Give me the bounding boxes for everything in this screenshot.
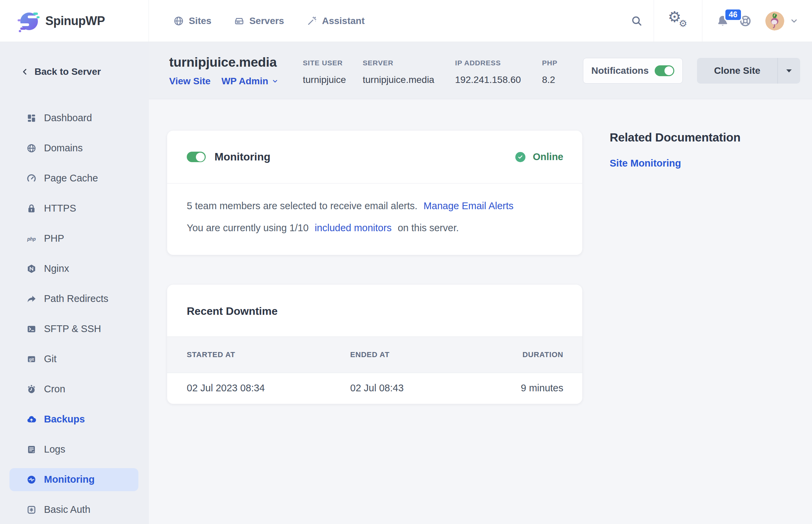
monitoring-card-title: Monitoring (215, 151, 270, 163)
search-icon[interactable] (620, 0, 654, 42)
logs-document-icon (26, 444, 37, 455)
wp-admin-link[interactable]: WP Admin (221, 76, 278, 87)
sidebar-item-backups[interactable]: Backups (0, 404, 149, 434)
topbar-divider (702, 0, 703, 42)
notification-badge: 46 (724, 8, 742, 21)
site-title: turnipjuice.media (169, 55, 277, 70)
spinupwp-logo-icon (18, 10, 40, 32)
sidebar-item-nginx[interactable]: Nginx (0, 253, 149, 284)
related-documentation: Related Documentation Site Monitoring (610, 131, 741, 404)
git-icon: git (26, 354, 37, 364)
topbar: SpinupWP Sites Servers (0, 0, 812, 42)
topbar-actions: ⚙ ⚙ 46 (620, 0, 812, 42)
clone-site-button: Clone Site (697, 58, 800, 84)
manage-email-alerts-link[interactable]: Manage Email Alerts (424, 200, 513, 211)
monitoring-toggle[interactable] (187, 152, 206, 162)
svg-text:php: php (27, 236, 35, 241)
sidebar-item-https[interactable]: HTTPS (0, 193, 149, 224)
chevron-left-icon (21, 68, 29, 76)
sidebar-item-path-redirects[interactable]: Path Redirects (0, 284, 149, 314)
redirect-arrow-icon (26, 294, 37, 304)
sidebar-item-php[interactable]: php PHP (0, 224, 149, 253)
sidebar-item-domains[interactable]: Domains (0, 133, 149, 163)
sidebar-item-git[interactable]: git Git (0, 344, 149, 374)
column-duration: DURATION (486, 350, 563, 359)
globe-icon (26, 143, 37, 153)
notifications-toggle-button[interactable]: Notifications (583, 58, 683, 84)
cloud-upload-icon (26, 414, 37, 425)
check-circle-icon (515, 152, 525, 162)
basic-auth-asterisk-icon (26, 505, 37, 515)
brand[interactable]: SpinupWP (0, 0, 149, 42)
meta-site-user: SITE USER turnipjuice (303, 59, 346, 85)
monitoring-card: Monitoring Online 5 team members are sel… (167, 131, 582, 255)
site-header: turnipjuice.media View Site WP Admin SIT… (149, 42, 812, 99)
downtime-table-row: 02 Jul 2023 08:34 02 Jul 08:43 9 minutes (167, 373, 582, 404)
cell-duration: 9 minutes (486, 382, 563, 394)
recent-downtime-card: Recent Downtime STARTED AT ENDED AT DURA… (167, 285, 582, 404)
sidebar-item-logs[interactable]: Logs (0, 434, 149, 464)
chevron-down-icon (272, 78, 278, 85)
meta-ip-address: IP ADDRESS 192.241.158.60 (455, 59, 521, 85)
sidebar-item-cron[interactable]: Cron (0, 374, 149, 404)
column-ended-at: ENDED AT (350, 350, 486, 359)
included-monitors-link[interactable]: included monitors (315, 223, 391, 233)
avatar[interactable] (765, 12, 784, 31)
account-chevron-down-icon[interactable] (790, 17, 798, 26)
lock-icon (26, 203, 37, 214)
view-site-link[interactable]: View Site (169, 76, 210, 87)
email-alerts-text: 5 team members are selected to receive e… (187, 200, 563, 212)
cell-ended-at: 02 Jul 08:43 (350, 382, 486, 394)
nav-item-assistant[interactable]: Assistant (306, 16, 365, 27)
content: turnipjuice.media View Site WP Admin SIT… (149, 42, 812, 524)
dashboard-icon (26, 113, 37, 123)
monitoring-pulse-icon (26, 475, 37, 485)
main: Monitoring Online 5 team members are sel… (149, 99, 812, 404)
notifications-bell[interactable]: 46 (716, 14, 729, 28)
main-nav: Sites Servers Assistant (173, 16, 365, 27)
caret-down-icon (786, 69, 792, 72)
recent-downtime-title: Recent Downtime (167, 285, 582, 337)
sidebar-item-dashboard[interactable]: Dashboard (0, 103, 149, 133)
online-status: Online (515, 151, 563, 163)
sidebar-item-sftp-ssh[interactable]: SFTP & SSH (0, 314, 149, 344)
stopwatch-icon (26, 384, 37, 394)
monitor-usage-text: You are currently using 1/10 included mo… (187, 222, 563, 234)
terminal-icon (26, 324, 37, 334)
shell: Back to Server Dashboard Domains (0, 42, 812, 524)
nav-item-sites[interactable]: Sites (173, 16, 212, 27)
globe-icon (173, 16, 184, 27)
nginx-icon (26, 264, 37, 274)
site-monitoring-doc-link[interactable]: Site Monitoring (610, 158, 681, 169)
downtime-table-header: STARTED AT ENDED AT DURATION (167, 337, 582, 373)
cell-started-at: 02 Jul 2023 08:34 (187, 382, 350, 394)
nav-item-servers[interactable]: Servers (234, 16, 284, 27)
docs-title: Related Documentation (610, 131, 741, 144)
gauge-icon (26, 173, 37, 183)
notifications-toggle[interactable] (655, 65, 674, 76)
magic-wand-icon (306, 16, 317, 27)
spinupwp-app: { "topbar": { "brand": "SpinupWP", "nav"… (0, 0, 812, 524)
sidebar: Back to Server Dashboard Domains (0, 42, 149, 524)
meta-php: PHP 8.2 (542, 59, 558, 85)
sidebar-item-page-cache[interactable]: Page Cache (0, 163, 149, 193)
sidebar-item-basic-auth[interactable]: Basic Auth (0, 494, 149, 524)
meta-server: SERVER turnipjuice.media (363, 59, 435, 85)
column-started-at: STARTED AT (187, 350, 350, 359)
php-icon: php (26, 233, 37, 244)
svg-text:git: git (29, 357, 34, 361)
brand-name: SpinupWP (45, 14, 105, 28)
sidebar-menu: Dashboard Domains Page Cache (0, 103, 149, 524)
gear-small-icon: ⚙ (679, 19, 687, 29)
back-to-server-link[interactable]: Back to Server (21, 66, 149, 77)
settings-gears-icon[interactable]: ⚙ ⚙ (654, 0, 702, 42)
clone-site-caret[interactable] (778, 58, 800, 84)
server-icon (234, 16, 244, 27)
clone-site-action[interactable]: Clone Site (697, 58, 778, 84)
sidebar-item-monitoring[interactable]: Monitoring (0, 464, 149, 494)
